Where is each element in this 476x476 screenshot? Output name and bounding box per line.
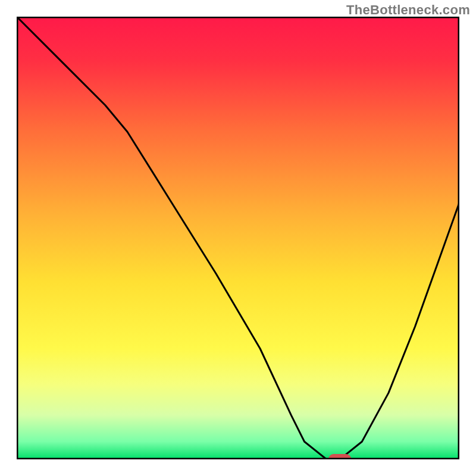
chart-svg [17, 17, 459, 459]
plot-area [17, 17, 459, 459]
watermark-text: TheBottleneck.com [346, 2, 470, 18]
chart-stage: TheBottleneck.com [0, 0, 476, 476]
